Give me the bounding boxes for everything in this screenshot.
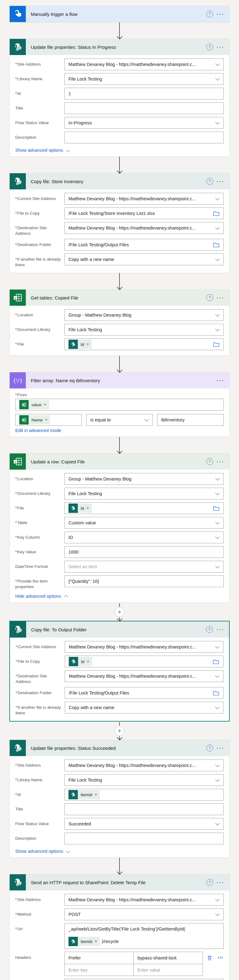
dynamic-content-chip[interactable]: x Name × — [19, 415, 50, 425]
menu-icon[interactable]: ··· — [217, 746, 225, 751]
destination-site-address-dropdown[interactable]: Matthew Devaney Blog - https://matthewde… — [64, 222, 224, 234]
delete-headers-icon[interactable] — [207, 955, 212, 962]
help-icon[interactable]: ? — [206, 879, 213, 886]
remove-chip-icon[interactable]: × — [94, 792, 100, 797]
current-site-address-dropdown[interactable]: Matthew Devaney Blog - https://matthewde… — [64, 193, 224, 205]
help-icon[interactable]: ? — [206, 458, 213, 465]
if-another-file-dropdown[interactable]: Copy with a new name — [64, 253, 224, 265]
help-icon[interactable]: ? — [206, 745, 213, 751]
item-properties-input[interactable]: {"Quantity": 10} — [64, 575, 224, 587]
location-dropdown[interactable]: Group - Matthew Devaney Blog — [64, 309, 224, 321]
current-site-address-dropdown[interactable]: Matthew Devaney Blog - https://matthewde… — [65, 641, 223, 653]
if-another-file-dropdown[interactable]: Copy with a new name — [65, 702, 223, 713]
required-mark: * — [15, 579, 17, 584]
key-column-dropdown[interactable]: ID — [64, 531, 224, 543]
help-icon[interactable]: ? — [206, 626, 213, 633]
remove-chip-icon[interactable]: × — [43, 402, 49, 407]
menu-icon[interactable]: ··· — [217, 627, 224, 632]
remove-chip-icon[interactable]: × — [86, 342, 91, 347]
folder-picker-icon[interactable] — [213, 342, 220, 347]
title-input[interactable] — [64, 803, 224, 815]
sharepoint-icon: S — [10, 740, 26, 756]
menu-icon[interactable]: ··· — [217, 295, 225, 301]
card-header[interactable]: Copy file: To Output Folder ? ··· — [26, 621, 229, 638]
card-header[interactable]: Filter array: Name eq tblInventory ··· — [26, 372, 229, 388]
remove-chip-icon[interactable]: × — [94, 939, 100, 943]
menu-icon[interactable]: ··· — [217, 378, 225, 383]
folder-picker-icon[interactable] — [213, 242, 220, 248]
title-input[interactable] — [64, 102, 224, 114]
location-dropdown[interactable]: Group - Matthew Devaney Blog — [64, 473, 224, 485]
file-token-input[interactable]: S Id × — [64, 338, 224, 350]
library-name-dropdown[interactable]: File Lock Testing — [64, 774, 224, 786]
remove-chip-icon[interactable]: × — [44, 418, 50, 422]
header-value-input[interactable]: bypass-shared-lock — [134, 952, 202, 964]
method-dropdown[interactable]: POST — [64, 908, 224, 920]
dynamic-content-chip[interactable]: S Id × — [69, 657, 92, 666]
datetime-format-dropdown[interactable]: Select an item — [64, 561, 224, 573]
key-value-input[interactable]: 1000 — [64, 546, 224, 558]
description-input[interactable] — [64, 132, 224, 143]
destination-folder-input[interactable]: /File Lock Testing/Output Files — [64, 239, 224, 251]
header-key-input[interactable]: Prefer — [65, 952, 134, 964]
description-input[interactable] — [64, 832, 224, 845]
document-library-dropdown[interactable]: File Lock Testing — [64, 488, 224, 500]
dynamic-content-chip[interactable]: x value × — [19, 400, 49, 409]
id-input[interactable]: 1 — [64, 88, 224, 100]
table-dropdown[interactable]: Custom value — [64, 517, 224, 529]
show-advanced-options-link[interactable]: Show advanced options — [15, 148, 69, 153]
help-icon[interactable]: ? — [206, 294, 213, 301]
card-header[interactable]: Send an HTTP request to SharePoint: Dele… — [26, 874, 229, 891]
body-input[interactable]: Enter request content in JSON — [64, 979, 224, 980]
file-token-input[interactable]: S Id × — [64, 502, 224, 514]
card-header[interactable]: Update file properties: Status In Progre… — [26, 39, 229, 55]
condition-right-operand[interactable]: tblInventory — [157, 414, 224, 426]
site-address-dropdown[interactable]: Matthew Devaney Blog - https://matthewde… — [64, 759, 224, 771]
dynamic-content-chip[interactable]: S ItemId × — [69, 790, 100, 799]
menu-icon[interactable]: ··· — [217, 11, 225, 17]
destination-site-address-dropdown[interactable]: Matthew Devaney Blog - https://matthewde… — [65, 670, 223, 682]
folder-picker-icon[interactable] — [212, 659, 219, 665]
dynamic-content-chip[interactable]: S ItemId × — [69, 937, 100, 946]
header-key-input[interactable]: Enter key — [65, 964, 134, 976]
condition-operator-dropdown[interactable]: is equal to — [86, 414, 153, 426]
dynamic-content-chip[interactable]: S Id × — [69, 340, 92, 349]
id-token-input[interactable]: S ItemId × — [64, 789, 224, 800]
destination-folder-input[interactable]: /File Lock Testing/Output Files — [65, 687, 223, 699]
uri-input[interactable]: _api/web/Lists/GetByTitle('File Lock Tes… — [64, 923, 224, 949]
site-address-dropdown[interactable]: Matthew Devaney Blog - https://matthewde… — [64, 894, 224, 906]
card-header[interactable]: Get tables: Copied File ? ··· — [26, 290, 229, 306]
dynamic-content-chip[interactable]: S Id × — [69, 504, 92, 513]
folder-picker-icon[interactable] — [213, 505, 220, 511]
header-value-input[interactable]: Enter value — [134, 964, 202, 976]
from-token-input[interactable]: x value × — [15, 399, 224, 410]
show-advanced-options-link[interactable]: Show advanced options — [15, 849, 69, 854]
condition-left-operand[interactable]: x Name × — [15, 414, 82, 426]
help-icon[interactable]: ? — [206, 43, 213, 50]
card-header[interactable]: Copy file: Store Inventory ? ··· — [26, 173, 229, 189]
library-name-dropdown[interactable]: File Lock Testing — [64, 73, 224, 85]
edit-in-advanced-mode-link[interactable]: Edit in advanced mode — [15, 428, 61, 433]
document-library-dropdown[interactable]: File Lock Testing — [64, 324, 224, 336]
folder-picker-icon[interactable] — [213, 210, 220, 216]
help-icon[interactable]: ? — [206, 11, 213, 18]
switch-to-text-mode-icon[interactable] — [217, 955, 224, 962]
menu-icon[interactable]: ··· — [217, 179, 225, 184]
menu-icon[interactable]: ··· — [217, 45, 225, 50]
flow-status-value-dropdown[interactable]: In-Progress — [64, 117, 224, 129]
trigger-card-header[interactable]: Manually trigger a flow ? ··· — [26, 6, 229, 22]
flow-status-value-dropdown[interactable]: Succeeded — [64, 818, 224, 830]
site-address-dropdown[interactable]: Matthew Devaney Blog - https://matthewde… — [64, 59, 224, 70]
folder-picker-icon[interactable] — [212, 690, 219, 696]
help-icon[interactable]: ? — [206, 178, 213, 185]
remove-chip-icon[interactable]: × — [86, 659, 92, 664]
file-to-copy-token-input[interactable]: S Id × — [65, 655, 223, 667]
menu-icon[interactable]: ··· — [217, 459, 225, 465]
menu-icon[interactable]: ··· — [217, 880, 225, 885]
hide-advanced-options-link[interactable]: Hide advanced options — [15, 594, 67, 599]
file-to-copy-input[interactable]: /File Lock Testing/Store Inventory List1… — [64, 207, 224, 219]
card-header[interactable]: Update file properties: Status Succeeded… — [26, 740, 229, 756]
connector-arrow — [10, 437, 229, 453]
card-header[interactable]: Update a row: Copied File ? ··· — [26, 453, 229, 469]
remove-chip-icon[interactable]: × — [86, 506, 91, 511]
